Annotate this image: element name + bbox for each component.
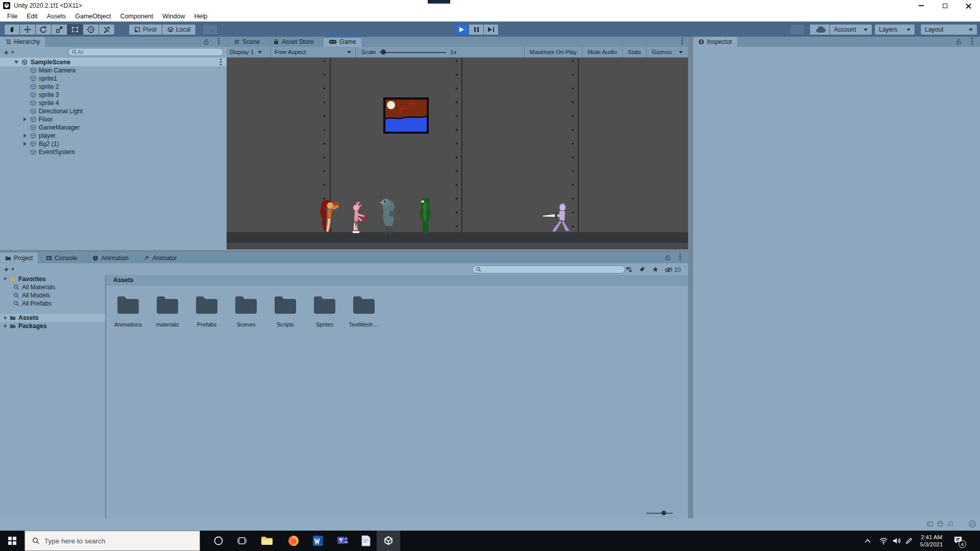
scale-slider[interactable] — [380, 47, 446, 57]
local-toggle[interactable]: Local — [162, 24, 197, 35]
menu-item[interactable]: File — [3, 13, 22, 20]
status-cloud-icon[interactable] — [947, 521, 953, 527]
minimize-button[interactable] — [910, 0, 933, 11]
expander-closed-icon[interactable] — [4, 316, 7, 320]
menu-item[interactable]: Window — [158, 13, 189, 20]
hierarchy-search-input[interactable] — [78, 49, 220, 55]
slider-thumb[interactable] — [662, 511, 666, 515]
slider-track[interactable] — [646, 513, 673, 514]
add-object-button[interactable]: + — [4, 48, 9, 57]
expander-open-icon[interactable] — [4, 278, 7, 280]
tab-hierarchy[interactable]: Hierarchy — [0, 37, 45, 47]
panel-menu-icon[interactable] — [681, 40, 683, 42]
firefox-button[interactable] — [282, 531, 305, 551]
status-ok-icon[interactable] — [969, 520, 976, 530]
taskbar-search[interactable] — [24, 531, 200, 551]
hand-tool-button[interactable] — [4, 24, 20, 35]
status-package-icon[interactable] — [937, 521, 943, 527]
hierarchy-item[interactable]: Bg2 (1) — [0, 140, 227, 148]
favorites-item[interactable]: All Models — [0, 291, 105, 299]
assets-root-row[interactable]: Assets — [0, 314, 105, 322]
unity-taskbar-button[interactable] — [377, 531, 400, 551]
account-dropdown[interactable]: Account — [829, 24, 872, 35]
tab-console[interactable]: Console — [41, 253, 82, 263]
search-by-type-icon[interactable] — [626, 266, 632, 272]
status-console-icon[interactable] — [927, 521, 933, 527]
maximize-button[interactable] — [933, 0, 957, 11]
hierarchy-item[interactable]: Directional Light — [0, 107, 227, 115]
cloud-button[interactable] — [810, 24, 832, 35]
asset-folder[interactable]: TextMesh ... — [346, 293, 382, 328]
create-asset-button[interactable]: + — [4, 265, 9, 273]
tray-expand-button[interactable] — [865, 531, 871, 551]
favorites-item[interactable]: All Prefabs — [0, 299, 105, 308]
pause-button[interactable] — [469, 24, 484, 35]
start-button[interactable] — [0, 531, 24, 551]
word-button[interactable] — [306, 531, 330, 551]
add-object-caret-icon[interactable] — [11, 51, 14, 54]
scale-slider-track[interactable] — [380, 52, 446, 53]
tab-project[interactable]: Project — [0, 253, 38, 263]
hierarchy-item[interactable]: sprite1 — [0, 74, 227, 83]
taskbar-search-input[interactable] — [44, 537, 172, 545]
favorites-star-icon[interactable] — [652, 266, 658, 272]
asset-folder[interactable]: Scripts — [267, 293, 303, 328]
tab-animator[interactable]: Animator — [139, 253, 182, 263]
rotate-tool-button[interactable] — [36, 24, 52, 35]
asset-folder[interactable]: Sprites — [307, 293, 342, 328]
expander-closed-icon[interactable] — [23, 117, 27, 121]
asset-folder[interactable]: Scenes — [228, 293, 264, 328]
close-button[interactable] — [957, 0, 980, 11]
wifi-tray-icon[interactable] — [879, 531, 888, 551]
layout-dropdown[interactable]: Layout — [920, 24, 977, 35]
menu-item[interactable]: Assets — [42, 13, 71, 20]
scale-tool-button[interactable] — [52, 24, 67, 35]
menu-item[interactable]: Help — [189, 13, 212, 20]
hidden-packages-toggle[interactable]: 10 — [665, 266, 681, 273]
tab-game[interactable]: Game — [324, 37, 361, 47]
move-tool-button[interactable] — [20, 24, 36, 35]
expander-open-icon[interactable] — [14, 61, 18, 64]
favorites-header[interactable]: Favorites — [0, 275, 105, 283]
tab-asset-store[interactable]: Asset Store — [268, 37, 318, 47]
tab-animation[interactable]: Animation — [87, 253, 133, 263]
scale-slider-thumb[interactable] — [381, 49, 386, 55]
project-search-field[interactable] — [472, 265, 625, 273]
aspect-dropdown[interactable]: Free Aspect — [275, 47, 351, 57]
hierarchy-item[interactable]: player — [0, 132, 227, 140]
taskbar-clock[interactable]: 2:41 AM 5/3/2021 — [916, 534, 947, 548]
step-button[interactable] — [484, 24, 499, 35]
transform-tool-button[interactable] — [83, 24, 99, 35]
tab-scene[interactable]: Scene — [229, 37, 265, 47]
hierarchy-item[interactable]: Main Camera — [0, 66, 227, 74]
menu-item[interactable]: Edit — [22, 13, 42, 20]
asset-folder[interactable]: Prefabs — [189, 293, 225, 328]
stats-button[interactable]: Stats — [622, 47, 646, 57]
grid-snap-button[interactable] — [202, 24, 218, 35]
pivot-toggle[interactable]: Pivot — [129, 24, 162, 35]
action-center-button[interactable]: 4 — [953, 531, 963, 551]
game-viewport[interactable] — [227, 58, 688, 249]
expander-closed-icon[interactable] — [23, 142, 27, 146]
search-by-label-icon[interactable] — [639, 266, 645, 272]
hierarchy-search-field[interactable] — [68, 48, 224, 56]
favorites-item[interactable]: All Materials — [0, 283, 105, 291]
expander-closed-icon[interactable] — [23, 134, 27, 138]
panel-menu-icon[interactable] — [679, 256, 681, 258]
teams-button[interactable] — [331, 531, 354, 551]
maximize-on-play-button[interactable]: Maximize On Play — [524, 47, 582, 57]
expander-closed-icon[interactable] — [4, 324, 7, 328]
asset-folder[interactable]: materials — [150, 293, 185, 328]
panel-menu-icon[interactable] — [971, 40, 973, 42]
mute-audio-button[interactable]: Mute Audio — [582, 47, 622, 57]
hierarchy-item[interactable]: sprite 2 — [0, 83, 227, 91]
scene-menu-icon[interactable] — [220, 61, 222, 63]
notepad-button[interactable] — [354, 531, 378, 551]
hierarchy-item[interactable]: sprite 4 — [0, 99, 227, 107]
tab-inspector[interactable]: Inspector — [693, 37, 737, 47]
asset-folder[interactable]: Animations — [110, 293, 146, 328]
panel-menu-icon[interactable] — [218, 40, 219, 42]
panel-lock-icon[interactable] — [955, 39, 962, 45]
gizmos-dropdown[interactable]: Gizmos — [646, 47, 688, 57]
task-view-button[interactable] — [230, 531, 254, 551]
